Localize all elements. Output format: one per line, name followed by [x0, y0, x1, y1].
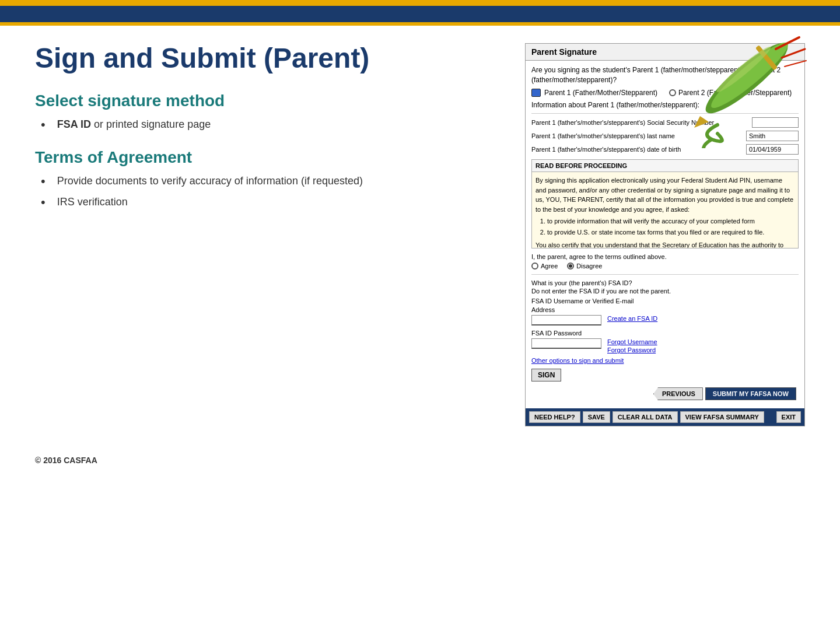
top-bar-blue — [0, 6, 840, 22]
radio-agree-icon — [531, 262, 538, 270]
pen-illustration — [665, 32, 811, 148]
bullet-documents: Provide documents to verify accuracy of … — [41, 174, 490, 191]
submit-button[interactable]: SUBMIT MY FAFSA NOW — [705, 387, 796, 400]
fsa-section: What is your (the parent's) FSA ID? Do n… — [531, 279, 799, 387]
copyright-text: © 2016 CASFAA — [35, 456, 97, 465]
bullet3-text: IRS verification — [57, 195, 128, 209]
fsa-username-input[interactable] — [531, 315, 601, 326]
bottom-toolbar: NEED HELP? SAVE CLEAR ALL DATA VIEW FAFS… — [526, 408, 804, 426]
top-bar-gold — [0, 0, 840, 6]
read-before-item1: to provide information that will verify … — [547, 216, 794, 226]
radio-parent1-icon — [531, 89, 541, 97]
view-fafsa-summary-button[interactable]: VIEW FAFSA SUMMARY — [680, 411, 764, 423]
read-before-header: READ BEFORE PROCEEDING — [532, 160, 798, 172]
fsa-links: Create an FSA ID — [607, 315, 657, 322]
sign-button[interactable]: SIGN — [531, 369, 561, 382]
fsa-username-label: FSA ID Username or Verified E-mail Addre… — [531, 297, 799, 314]
read-before-body[interactable]: By signing this application electronical… — [532, 172, 798, 248]
radio-disagree[interactable]: Disagree — [567, 262, 602, 270]
previous-button[interactable]: PREVIOUS — [653, 387, 703, 400]
svg-marker-2 — [694, 116, 709, 128]
fsa-id-bold: FSA ID — [57, 118, 91, 130]
agree-text: I, the parent, agree to the terms outlin… — [531, 253, 799, 260]
left-panel: Sign and Submit (Parent) Select signatur… — [35, 43, 502, 426]
fsa-password-label: FSA ID Password — [531, 329, 799, 337]
need-help-button[interactable]: NEED HELP? — [529, 411, 580, 423]
forgot-username-link[interactable]: Forgot Username — [607, 338, 657, 345]
bullet-fsa-id: FSA ID or printed signature page — [41, 117, 490, 134]
read-before-item2: to provide U.S. or state income tax form… — [547, 228, 794, 237]
footer: © 2016 CASFAA — [0, 444, 840, 477]
read-before-section: READ BEFORE PROCEEDING By signing this a… — [531, 159, 799, 249]
fsa-password-input[interactable] — [531, 338, 601, 349]
create-fsa-id-link[interactable]: Create an FSA ID — [607, 315, 657, 322]
bullet2-text: Provide documents to verify accuracy of … — [57, 174, 363, 188]
fsa-note: Do not enter the FSA ID if you are not t… — [531, 288, 799, 295]
radio-parent1-label: Parent 1 (Father/Mother/Stepparent) — [544, 89, 657, 97]
bullet-irs: IRS verification — [41, 195, 490, 212]
fsa-password-row: Forgot Username Forgot Password — [531, 338, 799, 354]
nav-buttons-row: PREVIOUS SUBMIT MY FAFSA NOW — [531, 387, 799, 400]
radio-agree[interactable]: Agree — [531, 262, 558, 270]
section1-heading: Select signature method — [35, 92, 490, 110]
forgot-password-link[interactable]: Forgot Password — [607, 346, 657, 354]
fsa-username-row: Create an FSA ID — [531, 315, 799, 326]
other-options-link[interactable]: Other options to sign and submit — [531, 357, 799, 364]
radio-disagree-icon — [567, 262, 574, 270]
agree-radio-row: Agree Disagree — [531, 262, 799, 270]
radio-disagree-label: Disagree — [576, 262, 602, 270]
radio-agree-label: Agree — [541, 262, 558, 270]
save-button[interactable]: SAVE — [583, 411, 610, 423]
clear-all-data-button[interactable]: CLEAR ALL DATA — [612, 411, 678, 423]
fsa-question: What is your (the parent's) FSA ID? — [531, 279, 799, 286]
read-before-text2: You also certify that you understand tha… — [536, 240, 794, 248]
read-before-list: to provide information that will verify … — [536, 216, 794, 237]
page-title: Sign and Submit (Parent) — [35, 43, 490, 74]
exit-button[interactable]: EXIT — [776, 411, 801, 423]
bullet1-rest: or printed signature page — [91, 118, 211, 130]
read-before-text1: By signing this application electronical… — [536, 176, 794, 214]
fsa-password-links: Forgot Username Forgot Password — [607, 338, 657, 354]
svg-line-7 — [785, 61, 806, 66]
agree-section: I, the parent, agree to the terms outlin… — [531, 253, 799, 270]
section2-heading: Terms of Agreement — [35, 148, 490, 167]
radio-parent1[interactable]: Parent 1 (Father/Mother/Stepparent) — [531, 89, 657, 97]
